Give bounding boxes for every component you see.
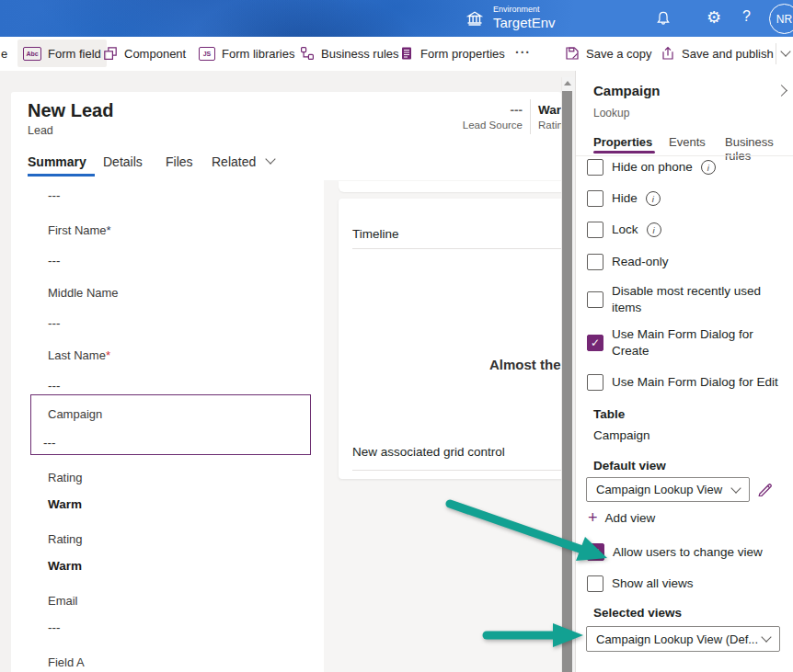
checkbox[interactable] [587, 374, 603, 391]
form-field-label: Form field [48, 47, 101, 61]
add-view-label: Add view [605, 511, 656, 525]
dropdown-chevron-icon [730, 483, 741, 493]
environment-name[interactable]: TargetEnv [493, 15, 556, 30]
top-app-bar: Environment TargetEnv ⚙ ? NR [0, 0, 793, 37]
checkbox-row-hide-on-phone[interactable]: Hide on phone i [587, 159, 716, 176]
form-entity-label: Lead [28, 124, 53, 137]
panel-tab-business-rules[interactable]: Business rules [725, 135, 793, 163]
info-icon[interactable]: i [646, 191, 661, 206]
field-value[interactable]: --- [48, 621, 61, 634]
field-value: --- [43, 436, 56, 450]
save-a-copy-label: Save a copy [586, 47, 652, 61]
toolbar-overflow-button[interactable]: ··· [515, 45, 531, 60]
add-view-button[interactable]: + Add view [588, 509, 655, 526]
checkbox-checked[interactable]: ✓ [587, 335, 603, 351]
save-copy-icon [565, 46, 580, 61]
environment-label: Environment [493, 5, 540, 14]
checkbox-row-hide[interactable]: Hide i [587, 190, 661, 207]
panel-title: Campaign [593, 83, 661, 98]
checkbox[interactable] [587, 254, 603, 270]
header-lead-source: --- Lead Source [432, 103, 523, 131]
field-value[interactable]: Warm [48, 559, 82, 573]
save-and-publish-button[interactable]: Save and publish [655, 40, 779, 67]
checkbox-row-read-only[interactable]: Read-only [587, 254, 669, 270]
field-label-last-name[interactable]: Last Name* [48, 348, 110, 362]
checkbox-row-lock[interactable]: Lock i [587, 222, 661, 238]
tab-summary[interactable]: Summary [28, 154, 86, 169]
checkbox-label: Use Main Form Dialog for Edit [612, 374, 778, 391]
field-label-campaign: Campaign [48, 407, 102, 421]
field-value[interactable]: --- [48, 379, 61, 393]
settings-gear-icon[interactable]: ⚙ [707, 7, 721, 28]
edit-view-pencil-icon[interactable] [757, 481, 773, 496]
form-properties-button[interactable]: Form properties [394, 40, 511, 67]
checkbox-row-main-form-dialog-edit[interactable]: Use Main Form Dialog for Edit [587, 374, 778, 391]
field-label-rating-2[interactable]: Rating [48, 532, 83, 546]
field-label-text: Last Name [48, 348, 106, 362]
panel-tab-properties[interactable]: Properties [593, 135, 652, 149]
save-and-publish-label: Save and publish [682, 47, 774, 61]
checkbox-checked[interactable]: ✓ [587, 543, 604, 561]
default-view-label: Default view [593, 459, 666, 473]
checkbox[interactable] [587, 159, 603, 176]
checkbox-row-allow-users-change-view[interactable]: ✓ Allow users to change view [587, 543, 763, 561]
tab-files[interactable]: Files [166, 154, 193, 169]
business-rules-label: Business rules [321, 47, 399, 61]
required-marker: * [106, 348, 110, 362]
checkbox-label: Hide on phone [612, 159, 693, 176]
field-value[interactable]: Warm [48, 497, 82, 511]
abc-field-icon: Abc [23, 47, 41, 61]
checkbox[interactable] [587, 222, 603, 238]
active-tab-underline [28, 174, 95, 177]
panel-subtitle: Lookup [593, 107, 629, 120]
field-label-rating-1[interactable]: Rating [48, 471, 83, 484]
checkbox-row-main-form-dialog-create[interactable]: ✓ Use Main Form Dialog for Create [587, 326, 766, 359]
grid-control-title[interactable]: New associated grid control [352, 445, 505, 459]
component-label: Component [124, 47, 186, 61]
info-icon[interactable]: i [647, 222, 661, 237]
field-label-middle-name[interactable]: Middle Name [48, 286, 119, 300]
checkbox[interactable] [587, 575, 603, 592]
business-rules-button[interactable]: Business rules [294, 40, 405, 67]
form-title: New Lead [28, 100, 113, 121]
notifications-bell-icon[interactable] [655, 10, 672, 27]
field-value[interactable]: --- [48, 316, 61, 330]
save-a-copy-button[interactable]: Save a copy [559, 40, 658, 67]
field-label-field-a[interactable]: Field A [48, 655, 85, 669]
timeline-empty-state-text: Almost the [489, 357, 561, 372]
selected-views-dropdown[interactable]: Campaign Lookup View (Def... [586, 626, 780, 652]
field-label-first-name[interactable]: First Name* [48, 223, 111, 237]
checkbox-row-disable-mru[interactable]: Disable most recently used items [587, 283, 785, 315]
info-icon[interactable]: i [701, 160, 716, 175]
form-properties-label: Form properties [420, 47, 505, 61]
tab-related[interactable]: Related [212, 154, 256, 169]
toolbar-cutoff-item[interactable]: e [1, 47, 7, 61]
panel-tab-events[interactable]: Events [669, 135, 706, 149]
default-view-dropdown[interactable]: Campaign Lookup View [586, 477, 750, 502]
scrollbar-up-arrow[interactable] [564, 81, 571, 85]
form-libraries-button[interactable]: JS Form libraries [193, 40, 300, 67]
avatar[interactable]: NR [769, 4, 793, 34]
canvas-scrollbar-thumb[interactable] [562, 91, 572, 672]
environment-icon [465, 9, 484, 28]
default-view-value: Campaign Lookup View [596, 483, 732, 496]
toolbar-chevron-down-icon[interactable] [780, 46, 790, 56]
form-field-button[interactable]: Abc Form field [17, 40, 107, 67]
required-marker: * [107, 223, 111, 237]
timeline-title[interactable]: Timeline [352, 227, 399, 241]
designer-toolbar: e Abc Form field Component JS Form libra… [0, 37, 793, 72]
component-button[interactable]: Component [98, 40, 191, 67]
help-icon[interactable]: ? [742, 8, 751, 25]
field-value[interactable]: --- [48, 254, 61, 268]
selected-views-label: Selected views [593, 606, 682, 620]
table-value: Campaign [593, 428, 650, 442]
field-value[interactable]: --- [48, 188, 61, 202]
checkbox[interactable] [587, 190, 603, 207]
check-icon: ✓ [591, 336, 600, 349]
selected-field-campaign[interactable] [30, 394, 311, 455]
selected-views-value: Campaign Lookup View (Def... [596, 632, 763, 646]
tab-details[interactable]: Details [103, 154, 143, 169]
checkbox-row-show-all-views[interactable]: Show all views [587, 575, 694, 592]
field-label-email[interactable]: Email [48, 594, 78, 608]
checkbox[interactable] [587, 291, 603, 308]
